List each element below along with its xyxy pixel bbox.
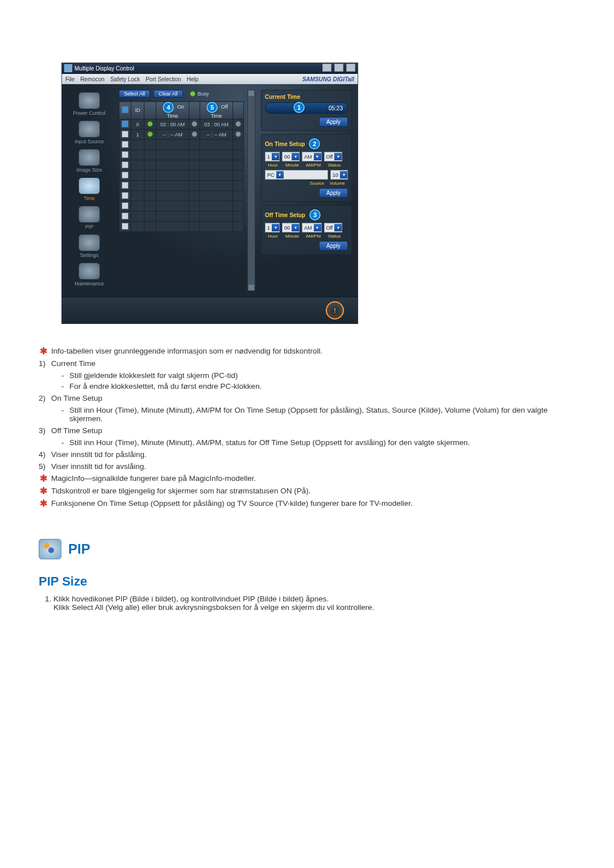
screenshot-app-window: Multiple Display Control File Remocon Sa… <box>61 63 358 324</box>
sidebar-item-label: Maintenance <box>74 281 104 286</box>
minute-select[interactable]: 00▾ <box>282 152 300 161</box>
note-text: Tidskontroll er bare tilgjengelig for sk… <box>51 487 575 495</box>
select-all-button[interactable]: Select All <box>119 90 150 98</box>
row-checkbox[interactable] <box>122 223 128 230</box>
cell-off-time: 03 : 00 AM <box>200 119 233 130</box>
right-panel: Current Time 1 05:23 Apply On Time Setup <box>259 90 358 297</box>
table-scrollbar[interactable] <box>247 90 255 291</box>
row-checkbox[interactable] <box>122 182 128 189</box>
busy-label: Busy <box>198 91 209 97</box>
titlebar: Multiple Display Control <box>62 63 358 74</box>
chevron-down-icon: ▾ <box>340 171 347 178</box>
star-icon: ✱ <box>39 499 48 508</box>
menu-remocon[interactable]: Remocon <box>80 76 105 82</box>
clear-all-button[interactable]: Clear All <box>154 90 183 98</box>
sidebar-item-power-control[interactable]: Power Control <box>67 92 111 118</box>
row-checkbox[interactable] <box>122 141 128 148</box>
current-time-display: 1 05:23 <box>265 102 348 114</box>
dash-icon: - <box>61 371 69 380</box>
row-checkbox[interactable] <box>122 213 128 219</box>
pip-section-icon <box>39 539 61 559</box>
sidebar-item-maintenance[interactable]: Maintenance <box>67 263 111 289</box>
minimize-icon[interactable] <box>322 64 331 72</box>
led-icon <box>235 121 241 127</box>
col-id: ID <box>131 102 144 119</box>
badge-3: 3 <box>309 209 321 221</box>
table-row <box>119 222 244 232</box>
off-time-setup-panel: Off Time Setup 3 1▾ 00▾ AM▾ Off▾ Hour Mi… <box>261 205 352 255</box>
table-row <box>119 201 244 211</box>
dash-icon: - <box>61 406 69 423</box>
hour-select[interactable]: 1▾ <box>265 152 280 161</box>
sidebar-item-time[interactable]: Time <box>67 177 111 203</box>
ampm-select[interactable]: AM▾ <box>302 223 322 232</box>
minute-label: Minute <box>283 234 301 239</box>
apply-button[interactable]: Apply <box>319 188 348 198</box>
item-sub: For å endre klokkeslettet, må du først e… <box>69 382 262 391</box>
item-sub: Still inn Hour (Time), Minute (Minutt), … <box>69 438 470 447</box>
busy-dot-icon <box>190 91 196 97</box>
cell-id: 1 <box>131 130 144 140</box>
menu-file[interactable]: File <box>65 76 74 82</box>
sidebar-item-pip[interactable]: PIP <box>67 206 111 232</box>
power-led-icon <box>147 131 153 137</box>
status-select[interactable]: Off▾ <box>324 223 343 232</box>
volume-select[interactable]: 10▾ <box>330 170 348 180</box>
star-icon: ✱ <box>39 347 48 356</box>
info-icon: ! <box>326 301 344 319</box>
sidebar-item-image-size[interactable]: Image Size <box>67 149 111 175</box>
row-checkbox[interactable] <box>122 131 128 138</box>
sidebar-item-input-source[interactable]: Input Source <box>67 121 111 147</box>
app-icon <box>64 64 72 72</box>
chevron-down-icon: ▾ <box>314 153 321 160</box>
window-buttons[interactable] <box>321 64 355 73</box>
close-icon[interactable] <box>346 64 355 72</box>
menu-safety-lock[interactable]: Safety Lock <box>110 76 140 82</box>
ampm-select[interactable]: AM▾ <box>302 152 322 161</box>
item-sub: Still inn Hour (Time), Minute (Minutt), … <box>69 406 575 423</box>
on-time-setup-panel: On Time Setup 2 1▾ 00▾ AM▾ Off▾ Hour Min… <box>261 134 352 202</box>
apply-button[interactable]: Apply <box>319 117 348 127</box>
hour-label: Hour <box>265 234 281 239</box>
item-title: Viser innstilt tid for påslåing. <box>51 450 575 459</box>
table-row[interactable]: 0 02 : 00 AM 03 : 00 AM <box>119 119 244 130</box>
row-checkbox[interactable] <box>122 202 128 209</box>
sidebar-item-settings[interactable]: Settings <box>67 234 111 260</box>
statusbar: ! <box>62 297 358 323</box>
hour-select[interactable]: 1▾ <box>265 223 280 232</box>
table-row[interactable]: 1 -- : -- AM -- : -- AM <box>119 130 244 140</box>
current-time-panel: Current Time 1 05:23 Apply <box>261 90 352 131</box>
col-led2 <box>233 102 244 119</box>
doc-intro: Info-tabellen viser grunnleggende inform… <box>51 347 575 355</box>
maximize-icon[interactable] <box>334 64 343 72</box>
row-checkbox[interactable] <box>122 161 128 168</box>
row-checkbox[interactable] <box>122 172 128 178</box>
current-time-label: Current Time <box>265 94 300 100</box>
row-checkbox[interactable] <box>122 121 128 127</box>
menu-help[interactable]: Help <box>186 76 198 82</box>
status-select[interactable]: Off▾ <box>324 152 343 161</box>
minute-select[interactable]: 00▾ <box>282 223 300 232</box>
busy-indicator: Busy <box>190 91 209 97</box>
pip-section-header: PIP <box>39 539 575 559</box>
chevron-down-icon: ▾ <box>314 224 321 231</box>
brand-logo: SAMSUNG DIGITall <box>302 76 354 82</box>
power-icon <box>78 92 100 109</box>
item-title: Current Time <box>51 359 575 368</box>
row-checkbox[interactable] <box>122 192 128 199</box>
checkbox-icon[interactable] <box>122 106 128 113</box>
on-time-setup-label: On Time Setup <box>265 141 305 147</box>
sidebar: Power Control Input Source Image Size Ti… <box>62 84 117 297</box>
settings-icon <box>78 234 100 251</box>
col-check <box>119 102 131 119</box>
col-led <box>189 102 200 119</box>
ampm-label: AM/PM <box>304 163 323 168</box>
apply-button[interactable]: Apply <box>319 241 348 251</box>
source-select[interactable]: PC▾ <box>265 170 328 180</box>
row-checkbox[interactable] <box>122 151 128 158</box>
table-row <box>119 160 244 171</box>
sidebar-item-label: PIP <box>85 224 94 230</box>
menu-port-selection[interactable]: Port Selection <box>146 76 181 82</box>
time-icon <box>78 177 100 194</box>
list-item: Klikk hovedikonet PIP (Bilde i bildet), … <box>53 595 575 612</box>
